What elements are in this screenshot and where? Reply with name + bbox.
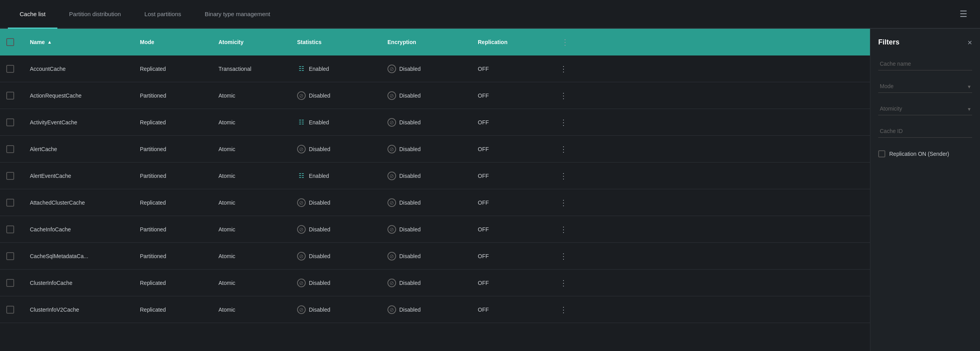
th-name[interactable]: Name ▲ xyxy=(27,39,137,45)
th-mode: Mode xyxy=(137,39,215,45)
td-atomicity: Atomic xyxy=(215,173,294,179)
filter-mode-group: Mode Replicated Partitioned xyxy=(878,80,972,93)
row-actions-button-3[interactable]: ⋮ xyxy=(556,143,571,155)
td-name: ClusterInfoCache xyxy=(27,280,137,286)
td-mode: Partitioned xyxy=(137,253,215,259)
row-actions-button-7[interactable]: ⋮ xyxy=(556,250,571,262)
td-checkbox xyxy=(3,118,27,126)
td-mode: Replicated xyxy=(137,307,215,313)
row-checkbox-3[interactable] xyxy=(6,145,14,153)
td-encryption: ⊘ Disabled xyxy=(384,305,475,314)
tab-cache-list[interactable]: Cache list xyxy=(8,0,57,29)
td-name: ActivityEventCache xyxy=(27,119,137,126)
row-checkbox-9[interactable] xyxy=(6,306,14,314)
th-checkbox xyxy=(3,38,27,46)
filter-toggle-button[interactable]: ☰ xyxy=(955,6,972,22)
filter-replication-sender-checkbox[interactable] xyxy=(878,150,885,157)
filter-cache-name-group xyxy=(878,57,972,70)
row-checkbox-6[interactable] xyxy=(6,225,14,233)
tab-lost-partitions[interactable]: Lost partitions xyxy=(133,0,193,29)
main-layout: Name ▲ Mode Atomicity Statistics Encrypt… xyxy=(0,29,980,351)
select-all-checkbox[interactable] xyxy=(6,38,14,46)
td-encryption: ⊘ Disabled xyxy=(384,279,475,287)
td-atomicity: Atomic xyxy=(215,92,294,99)
td-statistics: ☷ Enabled xyxy=(294,172,384,180)
row-actions-button-8[interactable]: ⋮ xyxy=(556,277,571,289)
filter-cache-id-input[interactable] xyxy=(878,125,972,138)
statistics-disabled-icon: ⊘ xyxy=(297,252,306,260)
table-row: AlertCache Partitioned Atomic ⊘ Disabled… xyxy=(0,136,870,163)
td-statistics: ☷ Enabled xyxy=(294,118,384,127)
td-mode: Replicated xyxy=(137,280,215,286)
table-row: AttachedClusterCache Replicated Atomic ⊘… xyxy=(0,189,870,216)
table-row: CacheInfoCache Partitioned Atomic ⊘ Disa… xyxy=(0,216,870,243)
tab-binary-type-management[interactable]: Binary type management xyxy=(193,0,282,29)
td-statistics: ⊘ Disabled xyxy=(294,305,384,314)
td-replication: OFF xyxy=(475,66,553,72)
row-actions-button-1[interactable]: ⋮ xyxy=(556,89,571,102)
td-encryption: ⊘ Disabled xyxy=(384,172,475,180)
row-checkbox-4[interactable] xyxy=(6,172,14,180)
encryption-disabled-icon: ⊘ xyxy=(387,225,396,234)
td-mode: Replicated xyxy=(137,200,215,206)
encryption-disabled-icon: ⊘ xyxy=(387,145,396,153)
row-checkbox-2[interactable] xyxy=(6,118,14,126)
table-row: ClusterInfoCache Replicated Atomic ⊘ Dis… xyxy=(0,270,870,296)
row-actions-button-4[interactable]: ⋮ xyxy=(556,170,571,182)
td-mode: Partitioned xyxy=(137,92,215,99)
tab-partition-distribution[interactable]: Partition distribution xyxy=(57,0,133,29)
row-actions-button-6[interactable]: ⋮ xyxy=(556,223,571,236)
row-actions-button-5[interactable]: ⋮ xyxy=(556,196,571,209)
top-navigation: Cache list Partition distribution Lost p… xyxy=(0,0,980,29)
td-actions: ⋮ xyxy=(553,250,577,262)
column-options-button[interactable]: ⋮ xyxy=(558,36,572,48)
table-header: Name ▲ Mode Atomicity Statistics Encrypt… xyxy=(0,29,870,55)
td-mode: Replicated xyxy=(137,66,215,72)
filter-mode-select[interactable]: Mode Replicated Partitioned xyxy=(878,80,972,93)
row-checkbox-5[interactable] xyxy=(6,199,14,207)
td-actions: ⋮ xyxy=(553,116,577,129)
table-row: ClusterInfoV2Cache Replicated Atomic ⊘ D… xyxy=(0,296,870,323)
row-checkbox-0[interactable] xyxy=(6,65,14,73)
statistics-disabled-icon: ⊘ xyxy=(297,305,306,314)
td-name: AttachedClusterCache xyxy=(27,200,137,206)
td-checkbox xyxy=(3,145,27,153)
statistics-disabled-icon: ⊘ xyxy=(297,279,306,287)
td-checkbox xyxy=(3,65,27,73)
row-checkbox-8[interactable] xyxy=(6,279,14,287)
statistics-disabled-icon: ⊘ xyxy=(297,225,306,234)
td-encryption: ⊘ Disabled xyxy=(384,198,475,207)
td-atomicity: Atomic xyxy=(215,119,294,126)
td-actions: ⋮ xyxy=(553,277,577,289)
td-checkbox xyxy=(3,172,27,180)
td-encryption: ⊘ Disabled xyxy=(384,145,475,153)
row-checkbox-1[interactable] xyxy=(6,92,14,100)
td-actions: ⋮ xyxy=(553,63,577,75)
td-statistics: ⊘ Disabled xyxy=(294,225,384,234)
encryption-disabled-icon: ⊘ xyxy=(387,118,396,127)
td-atomicity: Transactional xyxy=(215,66,294,72)
row-actions-button-9[interactable]: ⋮ xyxy=(556,303,571,316)
statistics-disabled-icon: ⊘ xyxy=(297,145,306,153)
td-name: CacheInfoCache xyxy=(27,226,137,233)
td-replication: OFF xyxy=(475,92,553,99)
row-checkbox-7[interactable] xyxy=(6,252,14,260)
row-actions-button-0[interactable]: ⋮ xyxy=(556,63,571,75)
td-encryption: ⊘ Disabled xyxy=(384,91,475,100)
close-filters-button[interactable]: × xyxy=(967,39,972,46)
filter-atomicity-select[interactable]: Atomicity Atomic Transactional xyxy=(878,102,972,115)
filter-cache-name-input[interactable] xyxy=(878,57,972,70)
table-row: CacheSqlMetadataCa... Partitioned Atomic… xyxy=(0,243,870,270)
td-atomicity: Atomic xyxy=(215,146,294,152)
table-row: AlertEventCache Partitioned Atomic ☷ Ena… xyxy=(0,163,870,189)
td-replication: OFF xyxy=(475,146,553,152)
table-row: ActivityEventCache Replicated Atomic ☷ E… xyxy=(0,109,870,136)
td-statistics: ⊘ Disabled xyxy=(294,145,384,153)
th-actions: ⋮ xyxy=(553,36,577,48)
td-name: AlertCache xyxy=(27,146,137,152)
row-actions-button-2[interactable]: ⋮ xyxy=(556,116,571,129)
td-statistics: ⊘ Disabled xyxy=(294,91,384,100)
th-atomicity: Atomicity xyxy=(215,39,294,45)
td-encryption: ⊘ Disabled xyxy=(384,225,475,234)
td-checkbox xyxy=(3,252,27,260)
